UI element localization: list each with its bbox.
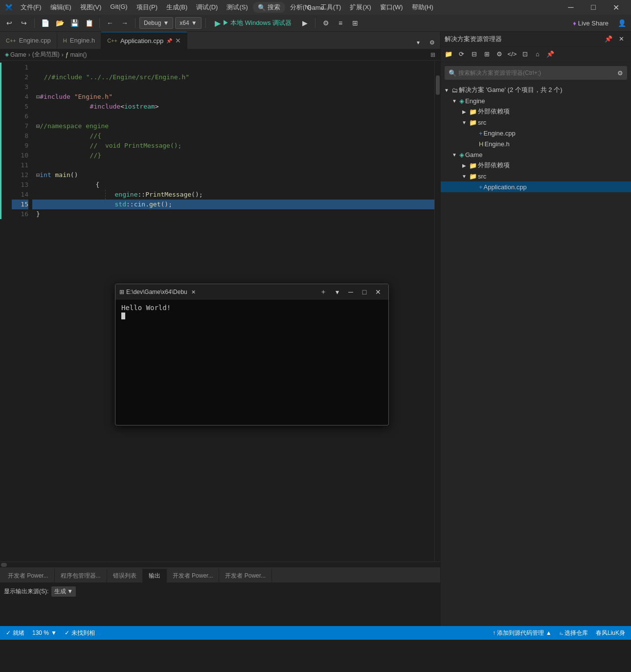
tab-dev-power-3[interactable]: 开发者 Power... [219,569,272,582]
status-git-add[interactable]: ↑ 添加到源代码管理 ▲ [491,629,554,637]
tree-item-engine-deps[interactable]: ▶ 📁 外部依赖项 [441,106,631,117]
vertical-scrollbar[interactable] [434,61,440,561]
status-branch[interactable]: ✓ 未找到相 [63,629,97,637]
menu-extend[interactable]: 扩展(X) [346,2,375,13]
gutter-line-8 [0,131,8,141]
new-file-button[interactable]: 📄 [39,17,51,29]
menu-file[interactable]: 文件(F) [17,2,45,13]
dropdown-button[interactable]: ▾ [331,286,343,298]
tab-output[interactable]: 输出 [143,569,167,582]
menu-build[interactable]: 生成(B) [162,2,191,13]
code-line-11 [32,160,434,170]
search-icon: 🔍 [449,69,456,77]
project-label: Engine [465,97,485,105]
output-source-label: 显示输出来源(S): [4,587,48,596]
tab-engine-cpp[interactable]: C++ Engine.cpp [0,32,57,49]
tree-item-game-deps[interactable]: ▶ 📁 外部依赖项 [441,160,631,171]
tree-item-game-src[interactable]: ▼ 📁 src [441,171,631,181]
folder-icon: 📁 [469,108,477,115]
search-settings-icon[interactable]: ⚙ [617,69,623,77]
open-button[interactable]: 📂 [53,17,66,29]
code-view-button[interactable]: </> [506,48,518,60]
redo-button[interactable]: ↪ [18,17,30,29]
panel-pin-button[interactable]: 📌 [603,33,614,45]
tree-item-engine-h[interactable]: H Engine.h [441,138,631,149]
tree-item-engine[interactable]: ▼ ◈ Engine [441,95,631,106]
tab-error-list[interactable]: 错误列表 [107,569,143,582]
minimize-terminal-button[interactable]: ─ [344,286,357,298]
menu-window[interactable]: 窗口(W) [376,2,407,13]
menu-search[interactable]: 🔍 搜索 [253,2,285,13]
pin-icon: 📌 [166,38,172,44]
menu-view[interactable]: 视图(V) [76,2,105,13]
horizontal-scrollbar[interactable] [0,561,440,567]
gutter-line-5 [0,102,8,112]
top-button[interactable]: ⌂ [532,48,543,60]
tab-application-cpp[interactable]: C++ Application.cpp 📌 ✕ [101,32,187,49]
forward-button[interactable]: → [118,17,131,29]
tree-item-engine-src[interactable]: ▼ 📁 src [441,117,631,128]
show-files-button[interactable]: 📁 [443,48,454,60]
tab-dev-power-2[interactable]: 开发者 Power... [167,569,220,582]
terminal-tab[interactable]: ⊞ E:\dev\Game\x64\Debu ✕ [119,289,315,295]
new-tab-button[interactable]: ＋ [317,286,330,298]
scope-selector[interactable]: ◈ Game [5,51,26,58]
tab-settings-button[interactable]: ⚙ [426,36,438,49]
save-button[interactable]: 📋 [83,17,95,29]
menu-debug[interactable]: 调试(D) [192,2,222,13]
menu-test[interactable]: 测试(S) [223,2,251,13]
menu-project[interactable]: 项目(P) [133,2,161,13]
minimize-button[interactable]: ─ [560,0,582,15]
live-share-button[interactable]: ♦ Live Share [568,19,613,28]
live-share-label: Live Share [578,20,608,27]
tab-list-button[interactable]: ▾ [412,36,425,49]
terminal-cursor [121,313,125,319]
back-button[interactable]: ← [104,17,116,29]
properties-button[interactable]: ⚙ [494,48,505,60]
status-user[interactable]: 春风LiuK身 [594,629,627,637]
menu-edit[interactable]: 编辑(E) [46,2,75,13]
pin-panel-button[interactable]: 📌 [544,48,556,60]
maximize-button[interactable]: □ [582,0,605,15]
scope-type-selector[interactable]: (全局范围) [32,50,60,59]
tab-package-manager[interactable]: 程序包管理器... [55,569,107,582]
solution-root[interactable]: ▼ 🗂 解决方案 'Game' (2 个项目，共 2 个) [441,85,631,95]
close-terminal-tab-button[interactable]: ✕ [191,289,196,295]
collapse-all-button[interactable]: ⊟ [468,48,480,60]
status-zoom[interactable]: 130 % ▼ [30,629,59,636]
menu-git[interactable]: Git(G) [106,2,131,13]
designer-view-button[interactable]: ⊡ [519,48,531,60]
tab-dev-power-1[interactable]: 开发者 Power... [2,569,55,582]
run-button[interactable]: ▶ ▶ 本地 Windows 调试器 [210,18,297,29]
status-ready[interactable]: ✓ 就绪 [4,629,26,637]
h-scrollbar-thumb[interactable] [1,563,7,567]
run-extra-button[interactable]: ▶ [298,17,311,29]
close-terminal-button[interactable]: ✕ [372,286,384,298]
tree-item-application-cpp[interactable]: + Application.cpp [441,181,631,192]
menu-help[interactable]: 帮助(H) [408,2,437,13]
search-input[interactable] [458,69,615,76]
refresh-button[interactable]: ⟳ [455,48,467,60]
panel-close-button[interactable]: ✕ [615,33,627,45]
toolbar-misc-2[interactable]: ≡ [334,17,347,29]
close-tab-button[interactable]: ✕ [175,37,181,45]
toolbar-misc-3[interactable]: ⊞ [349,17,361,29]
function-selector[interactable]: ƒ main() [66,51,87,58]
close-button[interactable]: ✕ [605,0,627,15]
debug-config-dropdown[interactable]: Debug ▼ [139,17,173,29]
tree-item-engine-cpp[interactable]: + Engine.cpp [441,128,631,138]
save-all-button[interactable]: 💾 [68,17,81,29]
expand-all-button[interactable]: ⊞ [481,48,493,60]
undo-button[interactable]: ↩ [3,17,16,29]
tab-engine-h[interactable]: H Engine.h [57,32,101,49]
live-share-icon: ♦ [573,20,576,27]
split-icon[interactable]: ⊞ [430,51,435,58]
output-source-dropdown[interactable]: 生成 ▼ [51,586,76,597]
restore-terminal-button[interactable]: □ [358,286,371,298]
toolbar-misc-1[interactable]: ⚙ [319,17,332,29]
status-select-repo[interactable]: ⎁ 选择仓库 [558,629,590,637]
account-button[interactable]: 👤 [615,17,628,29]
tree-item-game[interactable]: ▼ ◈ Game [441,149,631,160]
scrollbar-thumb[interactable] [436,75,440,95]
platform-dropdown[interactable]: x64 ▼ [175,17,201,29]
